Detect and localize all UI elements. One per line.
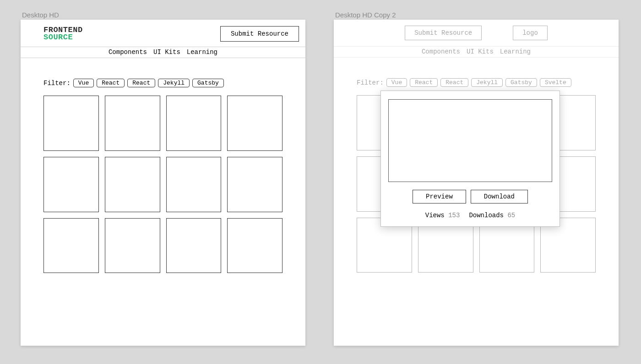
logo-placeholder[interactable]: logo — [513, 26, 548, 40]
nav-learning[interactable]: Learning — [500, 48, 531, 55]
filter-chip[interactable]: Gatsby — [505, 78, 537, 87]
filter-label: Filter: — [357, 79, 384, 86]
download-button[interactable]: Download — [471, 190, 528, 203]
header: FRONTEND SOURCE Submit Resource — [21, 20, 305, 47]
downloads-stat: Downloads 65 — [469, 212, 515, 219]
resource-card[interactable] — [227, 96, 282, 151]
resource-card[interactable] — [105, 157, 160, 212]
filter-label: Filter: — [43, 80, 71, 87]
filter-chip[interactable]: Jekyll — [471, 78, 503, 87]
resource-grid — [43, 96, 282, 273]
nav-ui-kits[interactable]: UI Kits — [153, 48, 180, 56]
resource-preview-image — [388, 99, 552, 182]
submit-resource-button[interactable]: Submit Resource — [220, 26, 299, 42]
filter-chip[interactable]: React — [127, 79, 155, 87]
downloads-value: 65 — [507, 212, 515, 219]
main-nav: Components UI Kits Learning — [334, 47, 619, 58]
resource-card[interactable] — [166, 218, 222, 273]
artboard-label-1: Desktop HD — [22, 11, 59, 19]
filter-chip[interactable]: Gatsby — [192, 79, 224, 87]
nav-ui-kits[interactable]: UI Kits — [467, 48, 494, 55]
logo-line-2: SOURCE — [43, 34, 83, 41]
artboard-desktop-hd: FRONTEND SOURCE Submit Resource Componen… — [21, 20, 305, 346]
artboard-label-2: Desktop HD Copy 2 — [335, 11, 396, 19]
header: Submit Resource logo — [334, 20, 619, 47]
preview-button[interactable]: Preview — [413, 190, 466, 203]
modal-actions: Preview Download — [413, 190, 528, 203]
views-stat: Views 153 — [425, 212, 460, 219]
nav-components[interactable]: Components — [109, 48, 147, 56]
filter-row: Filter: Vue React React Jekyll Gatsby — [43, 79, 282, 87]
filter-chip[interactable]: Svelte — [540, 78, 571, 87]
resource-card[interactable] — [166, 157, 222, 212]
resource-card[interactable] — [105, 218, 160, 273]
resource-card[interactable] — [43, 218, 99, 273]
views-value: 153 — [448, 212, 460, 219]
resource-card[interactable] — [227, 218, 282, 273]
resource-card[interactable] — [166, 96, 222, 151]
main-nav: Components UI Kits Learning — [21, 47, 305, 58]
resource-card[interactable] — [43, 96, 99, 151]
filter-chip[interactable]: Vue — [73, 79, 94, 87]
views-label: Views — [425, 212, 445, 219]
filter-chip[interactable]: React — [440, 78, 468, 87]
nav-components[interactable]: Components — [422, 48, 460, 55]
submit-resource-button[interactable]: Submit Resource — [405, 26, 482, 40]
artboard-desktop-hd-copy-2: Submit Resource logo Components UI Kits … — [334, 20, 619, 346]
filter-chip[interactable]: React — [97, 79, 125, 87]
filter-chip[interactable]: Vue — [386, 78, 407, 87]
resource-detail-modal: Preview Download Views 153 Downloads 65 — [380, 91, 560, 227]
resource-card[interactable] — [227, 157, 282, 212]
resource-card[interactable] — [105, 96, 160, 151]
filter-chip[interactable]: React — [410, 78, 438, 87]
resource-card[interactable] — [43, 157, 99, 212]
modal-stats: Views 153 Downloads 65 — [425, 212, 515, 219]
logo[interactable]: FRONTEND SOURCE — [43, 27, 83, 41]
filter-row: Filter: Vue React React Jekyll Gatsby Sv… — [357, 78, 596, 87]
content-area: Filter: Vue React React Jekyll Gatsby — [21, 58, 305, 273]
filter-chip[interactable]: Jekyll — [158, 79, 190, 87]
nav-learning[interactable]: Learning — [187, 48, 217, 56]
downloads-label: Downloads — [469, 212, 504, 219]
